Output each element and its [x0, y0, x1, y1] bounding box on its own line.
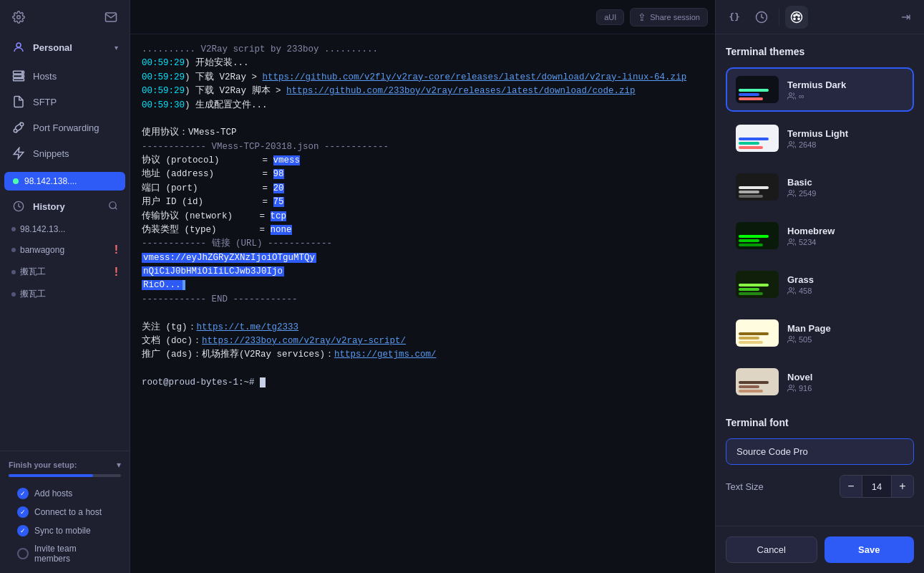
personal-icon [11, 40, 26, 54]
theme-man-page[interactable]: Man Page 505 [726, 311, 914, 355]
term-prompt: root@proud-bytes-1:~# [142, 376, 704, 390]
theme-users-termius-light: 2648 [787, 140, 904, 149]
text-size-label: Text Size [726, 481, 832, 492]
theme-users-novel: 916 [787, 384, 904, 393]
theme-homebrew[interactable]: Homebrew 5234 [726, 213, 914, 258]
tab-clock[interactable] [750, 6, 773, 29]
nav-section: Hosts SFTP Port Forwarding [0, 60, 130, 169]
term-vmess-3: RicO... [142, 279, 704, 292]
host-status-dot [13, 178, 19, 184]
text-size-decrease-button[interactable]: − [840, 475, 862, 498]
history-item-name-0: 98.142.13... [20, 224, 65, 234]
svg-point-19 [796, 14, 797, 15]
svg-rect-4 [14, 79, 24, 81]
theme-novel[interactable]: Novel 916 [726, 360, 914, 404]
session-badge: aUI [596, 9, 624, 25]
progress-bar-fill [9, 474, 93, 477]
theme-name-termius-light: Termius Light [787, 128, 904, 139]
share-session-label: Share session [650, 13, 700, 21]
svg-point-22 [789, 190, 792, 193]
history-more-btn-2[interactable]: ! [115, 266, 118, 278]
sftp-icon [11, 95, 26, 109]
tab-code[interactable]: {} [723, 6, 746, 29]
theme-users-man-page: 505 [787, 335, 904, 344]
history-dot-0 [11, 227, 16, 231]
sftp-label: SFTP [33, 97, 57, 107]
expand-panel-icon[interactable]: ⇥ [894, 6, 917, 29]
gear-button[interactable] [9, 7, 29, 27]
sidebar-item-port-forwarding[interactable]: Port Forwarding [3, 115, 127, 140]
history-item-name-2: 搬瓦工 [20, 266, 46, 278]
term-blank-2 [142, 362, 704, 376]
svg-marker-9 [14, 148, 24, 159]
sidebar-item-snippets[interactable]: Snippets [3, 140, 127, 166]
size-controls: − 14 + [840, 475, 914, 498]
svg-point-6 [22, 76, 24, 77]
theme-basic[interactable]: Basic 2549 [726, 165, 914, 209]
history-search-icon[interactable] [108, 201, 118, 213]
theme-name-termius-dark: Termius Dark [787, 80, 904, 90]
cancel-button[interactable]: Cancel [726, 536, 817, 563]
history-item-2[interactable]: 搬瓦工 ! [3, 261, 127, 283]
term-ads: 推广 (ads)：机场推荐(V2Ray services)：https://ge… [142, 348, 704, 362]
history-item-0[interactable]: 98.142.13... [3, 219, 127, 239]
theme-preview-grass [736, 271, 779, 298]
save-button[interactable]: Save [825, 536, 915, 563]
term-kv-port: 端口 (port) = 20 [142, 182, 704, 196]
history-item-1[interactable]: banwagong ! [3, 239, 127, 261]
svg-point-20 [789, 92, 792, 95]
sidebar-item-sftp[interactable]: SFTP [3, 89, 127, 115]
tab-palette[interactable] [785, 6, 808, 29]
port-forwarding-icon [11, 120, 26, 135]
svg-point-16 [798, 14, 799, 16]
term-tg: 关注 (tg)：https://t.me/tg2333 [142, 321, 704, 334]
history-icon [11, 199, 26, 213]
theme-name-homebrew: Homebrew [787, 226, 904, 236]
svg-point-25 [789, 336, 792, 339]
personal-section[interactable]: Personal ▾ [3, 34, 127, 60]
theme-termius-light[interactable]: Termius Light 2648 [726, 116, 914, 160]
theme-preview-homebrew [736, 222, 779, 249]
hosts-icon [11, 69, 26, 83]
personal-label: Personal [33, 42, 72, 53]
compose-button[interactable] [101, 7, 121, 27]
svg-point-24 [789, 287, 792, 290]
share-session-button[interactable]: ⇪ Share session [630, 8, 708, 27]
right-panel: {} ⇥ Terminal themes [715, 0, 924, 573]
sidebar-item-hosts[interactable]: Hosts [3, 63, 127, 89]
theme-preview-termius-light [736, 125, 779, 152]
active-host-item[interactable]: 98.142.138.... [4, 172, 125, 191]
theme-termius-dark[interactable]: Termius Dark ∞ [726, 67, 914, 112]
theme-users-homebrew: 5234 [787, 238, 904, 246]
setup-item-label-3: Invite team members [34, 544, 112, 564]
term-vmess-1: vmess://eyJhZGRyZXNzIjoiOTguMTQy [142, 251, 704, 265]
terminal-topbar: aUI ⇪ Share session [130, 0, 715, 34]
terminal-content[interactable]: .......... V2Ray script by 233boy ......… [130, 34, 715, 573]
font-selector-button[interactable]: Source Code Pro [726, 438, 914, 465]
theme-grass[interactable]: Grass 458 [726, 262, 914, 307]
history-label: History [33, 201, 65, 212]
history-item-3[interactable]: 搬瓦工 [3, 283, 127, 305]
svg-line-12 [115, 207, 117, 209]
sidebar-header [0, 0, 130, 34]
sidebar: Personal ▾ Hosts [0, 0, 130, 573]
term-vmess-2: nQiCiJ0bHMiOiIiLCJwb3J0Ijo [142, 265, 704, 279]
text-size-increase-button[interactable]: + [891, 475, 914, 498]
theme-name-novel: Novel [787, 372, 904, 382]
term-kv-protocol: 协议 (protocol) = vmess [142, 154, 704, 168]
history-dot-1 [11, 248, 16, 252]
setup-circle-3 [17, 548, 29, 559]
svg-point-23 [789, 239, 792, 241]
theme-users-termius-dark: ∞ [787, 92, 904, 100]
svg-point-11 [110, 201, 116, 208]
term-line-6: 使用协议：VMess-TCP [142, 126, 704, 140]
setup-section: Finish your setup: ▾ ✓ Add hosts ✓ Conne… [0, 451, 130, 573]
right-panel-body: Terminal themes Termius Dark ∞ [716, 34, 924, 526]
setup-collapse-icon[interactable]: ▾ [117, 460, 121, 470]
progress-bar-bg [9, 474, 121, 477]
session-badge-text: aUI [604, 13, 616, 21]
term-kv-network: 传输协议 (network) = tcp [142, 210, 704, 223]
theme-name-basic: Basic [787, 177, 904, 188]
history-more-btn-1[interactable]: ! [115, 244, 118, 256]
font-section: Terminal font Source Code Pro Text Size … [726, 417, 914, 498]
